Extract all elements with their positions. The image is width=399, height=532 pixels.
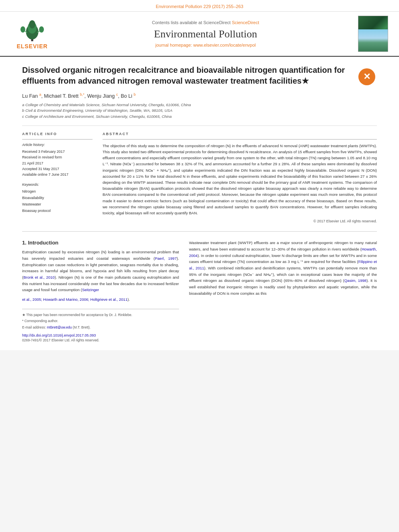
article-info-divider — [22, 139, 93, 140]
keywords-label: Keywords: — [22, 183, 93, 187]
svg-point-6 — [21, 27, 25, 33]
email-label: E-mail address: — [22, 325, 46, 329]
history-received: Received 3 February 2017 — [22, 149, 93, 154]
ref-seitzinger-cont[interactable]: et al., 2005; Howarth and Marino, 2006; … — [22, 297, 128, 302]
article-title-section: Dissolved organic nitrogen recalcitrance… — [22, 65, 377, 126]
history-accepted: Accepted 31 May 2017 — [22, 166, 93, 172]
email-link[interactable]: mtbrett@uw.edu — [47, 325, 72, 329]
ref-bronk[interactable]: Bronk et al., 2010 — [23, 275, 55, 279]
intro-left-col: 1. Introduction Eutrophication caused by… — [22, 240, 179, 342]
sciencedirect-link[interactable]: ScienceDirect — [232, 20, 259, 25]
journal-title: Environmental Pollution — [60, 28, 351, 40]
homepage-url[interactable]: www.elsevier.com/locate/envpol — [193, 43, 255, 47]
footnote-asterisk: * Corresponding author. — [22, 318, 179, 324]
history-revised-label: Received in revised form — [22, 154, 93, 160]
journal-homepage: journal homepage: www.elsevier.com/locat… — [60, 43, 351, 47]
history-online: Available online 7 June 2017 — [22, 172, 93, 177]
article-title-text: Dissolved organic nitrogen recalcitrance… — [22, 65, 351, 119]
journal-cover: ENVIRONMENTAL POLLUTION — [358, 16, 388, 52]
elsevier-tree-icon — [16, 18, 48, 42]
keyword-nitrogen: Nitrogen — [22, 188, 93, 195]
crossmark-icon: ✕ — [358, 68, 375, 85]
article-title: Dissolved organic nitrogen recalcitrance… — [22, 65, 351, 86]
svg-point-7 — [39, 27, 44, 33]
introduction-heading: 1. Introduction — [22, 240, 179, 246]
article-info-abstract-section: ARTICLE INFO Article history: Received 3… — [22, 132, 377, 223]
svg-point-3 — [29, 20, 35, 29]
article-info-col: ARTICLE INFO Article history: Received 3… — [22, 132, 93, 223]
keywords-section: Keywords: Nitrogen Bioavailability Waste… — [22, 183, 93, 214]
keyword-bioavailability: Bioavailability — [22, 195, 93, 201]
crossmark-symbol: ✕ — [363, 72, 370, 81]
keyword-bioassay: Bioassay protocol — [22, 207, 93, 214]
journal-header-left: ELSEVIER — [8, 18, 56, 49]
abstract-label: ABSTRACT — [103, 132, 377, 136]
abstract-text: The objective of this study was to deter… — [103, 143, 377, 216]
top-bar: Environmental Pollution 229 (2017) 255–2… — [0, 0, 399, 12]
affiliation-c: c College of Architecture and Environmen… — [22, 114, 351, 119]
elsevier-logo: ELSEVIER — [16, 18, 48, 49]
authors-line: Lu Fan a, Michael T. Brett b,*, Wenju Ji… — [22, 92, 351, 99]
footnote-section: ★ This paper has been recommended for ac… — [22, 309, 179, 342]
ref-seitzinger[interactable]: Seitzinger — [82, 288, 99, 292]
affiliation-b: b Civil & Environmental Engineering, Uni… — [22, 108, 351, 113]
homepage-prefix: journal homepage: — [155, 43, 192, 47]
footnote-email: E-mail address: mtbrett@uw.edu (M.T. Bre… — [22, 325, 179, 330]
crossmark-badge[interactable]: ✕ — [357, 67, 377, 87]
ref-filippino[interactable]: Filippino et al., 2011 — [189, 259, 377, 270]
introduction-section: 1. Introduction Eutrophication caused by… — [22, 240, 377, 342]
journal-header-center: Contents lists available at ScienceDirec… — [60, 20, 351, 47]
history-label: Article history: — [22, 143, 93, 147]
ref-paerl[interactable]: Paerl, 1997 — [155, 256, 177, 261]
journal-cover-image — [358, 29, 388, 51]
history-revised-date: 21 April 2017 — [22, 160, 93, 166]
abstract-col: ABSTRACT The objective of this study was… — [103, 132, 377, 223]
elsevier-wordmark: ELSEVIER — [16, 43, 47, 49]
footnote-star: ★ This paper has been recommended for ac… — [22, 312, 179, 318]
copyright-line: © 2017 Elsevier Ltd. All rights reserved… — [103, 219, 377, 223]
ref-howarth[interactable]: Howarth, 2004 — [189, 247, 377, 258]
keyword-wastewater: Wastewater — [22, 201, 93, 207]
email-suffix: (M.T. Brett). — [73, 325, 90, 329]
issn-text: 0269-7491/© 2017 Elsevier Ltd. All right… — [22, 338, 179, 342]
intro-right-para1: Wastewater treatment plant (WWTP) efflue… — [189, 240, 377, 296]
intro-right-col: Wastewater treatment plant (WWTP) efflue… — [189, 240, 377, 342]
page: Environmental Pollution 229 (2017) 255–2… — [0, 0, 399, 350]
intro-left-para1: Eutrophication caused by excessive nitro… — [22, 249, 179, 293]
section-divider — [22, 231, 377, 232]
journal-citation[interactable]: Environmental Pollution 229 (2017) 255–2… — [156, 4, 243, 9]
doi-link[interactable]: http://dx.doi.org/10.1016/j.envpol.2017.… — [22, 333, 179, 337]
ref-qasim[interactable]: Qasim, 1998 — [344, 278, 366, 283]
sciencedirect-text: Contents lists available at ScienceDirec… — [152, 20, 231, 25]
journal-header-right: ENVIRONMENTAL POLLUTION — [355, 16, 391, 52]
sciencedirect-line: Contents lists available at ScienceDirec… — [60, 20, 351, 25]
article-body: Dissolved organic nitrogen recalcitrance… — [0, 57, 399, 350]
intro-left-continuation: et al., 2005; Howarth and Marino, 2006; … — [22, 296, 179, 303]
abstract-divider — [103, 139, 377, 140]
journal-header: ELSEVIER Contents lists available at Sci… — [0, 12, 399, 57]
article-info-label: ARTICLE INFO — [22, 132, 93, 136]
affiliation-a: a College of Chemistry and Materials Sci… — [22, 102, 351, 108]
